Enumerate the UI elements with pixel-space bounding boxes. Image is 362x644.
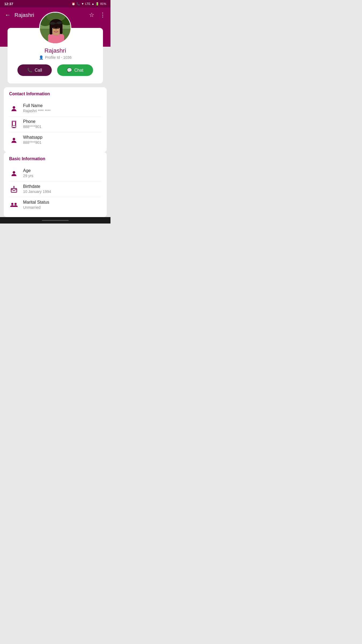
profile-card: Rajashri 👤 Profile Id - 1036 📞 Call 💬 Ch… [8,28,103,83]
chat-button[interactable]: 💬 Chat [57,64,93,76]
svg-rect-5 [48,34,64,44]
full-name-label: Full Name [23,103,101,108]
call-icon: 📞 [76,2,80,6]
avatar [39,12,71,44]
call-label: Call [35,68,42,73]
phone-value: 888****901 [23,125,101,129]
whatsapp-label: Whatsapp [23,135,101,140]
age-label: Age [23,168,101,173]
chat-icon: 💬 [67,68,72,73]
birthdate-text: Birthdate 10 January 1994 [23,184,101,194]
phone-icon: 📞 [27,68,32,73]
app-bar-title: Rajashri [14,12,34,18]
svg-point-16 [55,29,57,30]
phone-icon-contact [9,120,19,129]
whatsapp-row: Whatsapp 888****901 [9,132,101,148]
call-button[interactable]: 📞 Call [17,64,52,76]
svg-rect-9 [50,24,52,35]
bottom-bar [0,217,110,224]
svg-point-25 [11,203,13,205]
star-button[interactable]: ☆ [88,12,95,19]
bottom-indicator [42,220,69,221]
star-icon: ☆ [89,12,94,18]
birthdate-label: Birthdate [23,184,101,189]
contact-info-title: Contact Information [9,92,101,96]
svg-point-14 [53,27,55,29]
svg-rect-13 [55,23,60,24]
app-bar-right: ☆ ⋮ [88,12,106,19]
profile-id-icon: 👤 [39,55,43,60]
profile-id-text: Profile Id - 1036 [45,55,72,60]
marital-status-text: Marital Status Unmarried [23,200,101,210]
birthdate-row: Birthdate 10 January 1994 [9,181,101,197]
alarm-icon: ⏰ [72,2,75,6]
lte-icon: LTE [85,2,90,5]
basic-info-title: Basic Information [9,156,101,161]
main-content: Rajashri 👤 Profile Id - 1036 📞 Call 💬 Ch… [0,28,110,217]
battery-percent: 81% [100,2,106,5]
phone-label: Phone [23,119,101,124]
more-icon: ⋮ [100,12,106,18]
more-button[interactable]: ⋮ [99,12,106,19]
svg-point-21 [13,138,15,140]
whatsapp-icon [9,136,19,145]
phone-row: Phone 888****901 [9,116,101,132]
cake-icon [9,185,19,194]
marital-status-label: Marital Status [23,200,101,205]
svg-rect-20 [13,122,15,126]
svg-point-17 [13,106,15,109]
full-name-text: Full Name Rajashri **** **** [23,103,101,113]
marital-status-value: Unmarried [23,205,101,210]
age-value: 29 yrs [23,174,101,178]
action-buttons: 📞 Call 💬 Chat [17,64,93,76]
birthdate-value: 10 January 1994 [23,189,101,194]
age-text: Age 29 yrs [23,168,101,178]
svg-rect-19 [13,127,15,127]
chat-label: Chat [74,68,83,73]
phone-text: Phone 888****901 [23,119,101,129]
status-icons: ⏰ 📞 ▼ LTE ▲ 🔋 81% [72,2,106,6]
svg-point-22 [13,171,15,174]
battery-icon: 🔋 [95,2,99,6]
svg-point-26 [14,203,17,205]
marital-status-row: Marital Status Unmarried [9,197,101,213]
person-icon-age [9,169,19,178]
svg-rect-10 [60,24,62,34]
back-icon: ← [5,12,11,18]
svg-point-11 [50,22,55,25]
full-name-row: Full Name Rajashri **** **** [9,101,101,116]
app-bar-left: ← Rajashri [4,12,34,19]
whatsapp-text: Whatsapp 888****901 [23,135,101,145]
age-row: Age 29 yrs [9,166,101,181]
person-icon-fullname [9,104,19,114]
profile-name: Rajashri [45,47,66,54]
basic-info-card: Basic Information Age 29 yrs [4,152,107,217]
people-icon [9,200,19,210]
status-bar: 12:37 ⏰ 📞 ▼ LTE ▲ 🔋 81% [0,0,110,8]
back-button[interactable]: ← [4,12,11,19]
wifi-icon: ▼ [81,2,84,5]
svg-point-15 [57,27,59,29]
profile-id: 👤 Profile Id - 1036 [39,55,72,60]
signal-icon: ▲ [91,2,94,5]
full-name-value: Rajashri **** **** [23,109,101,113]
status-time: 12:37 [4,2,13,6]
whatsapp-value: 888****901 [23,140,101,145]
contact-info-card: Contact Information Full Name Rajashri *… [4,87,107,152]
